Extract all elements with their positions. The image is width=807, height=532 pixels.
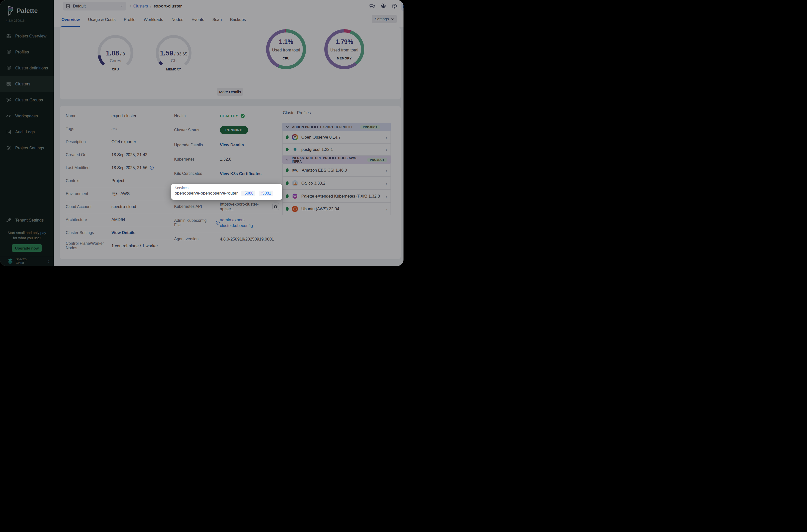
status-dot [286, 207, 288, 211]
aws-logo: aws [111, 192, 118, 196]
chevron-down-icon [391, 18, 394, 21]
services-spotlight-box: Services openobserve-openobserve-router … [171, 184, 282, 200]
status-dot [286, 181, 288, 185]
compass-icon[interactable] [391, 3, 397, 9]
memory-used-value: 1.59 [160, 50, 173, 57]
check-circle-icon [240, 114, 245, 118]
detail-row-nodes: Control Plane/Worker Nodes 1 control-pla… [66, 239, 172, 252]
settings-button[interactable]: Settings [372, 15, 397, 23]
sidebar-item-tenant-settings[interactable]: Tenant Settings [0, 212, 54, 228]
tab-backups[interactable]: Backups [230, 12, 246, 27]
infrastructure-profile-header[interactable]: INFRASTRUCTURE PROFILE DOCS-AWS-INFRA PR… [282, 156, 391, 164]
cpu-unit: Cores [95, 58, 135, 63]
profile-item-ubuntu[interactable]: Ubuntu (AWS) 22.04 › [282, 203, 391, 215]
tab-scan[interactable]: Scan [212, 12, 222, 27]
project-badge: PROJECT [360, 125, 380, 129]
cpu-usage-percent: 1.1% [266, 38, 306, 45]
detail-row-agent-version: Agent version 4.8.0-250919/20250919.0001 [174, 232, 279, 246]
detail-row-k8s-certificates: K8s Certificates View K8s Certificates [174, 166, 279, 181]
tab-profile[interactable]: Profile [124, 12, 135, 27]
tab-usage-costs[interactable]: Usage & Costs [88, 12, 115, 27]
service-name: openobserve-openobserve-router [175, 191, 238, 196]
info-icon[interactable] [150, 166, 154, 170]
chevron-right-icon: › [386, 206, 387, 212]
sidebar-item-profiles[interactable]: Profiles [0, 44, 54, 60]
cluster-profiles-panel: Cluster Profiles ADDON PROFILE EXPORTER-… [282, 106, 391, 259]
profile-item-amazon-ebs-csi[interactable]: aws Amazon EBS CSI 1.46.0 › [282, 164, 391, 176]
detail-row-tags: Tags n/a [66, 122, 172, 135]
bug-icon[interactable] [380, 3, 387, 9]
cluster-details-card: Name export-cluster Tags n/a Description… [60, 106, 401, 259]
sidebar-collapse-button[interactable]: ‹ [46, 258, 50, 264]
breadcrumb-clusters-link[interactable]: Clusters [133, 4, 148, 8]
sidebar-item-clusters[interactable]: Clusters [0, 76, 54, 92]
copy-icon [274, 205, 278, 208]
tabs: Overview Usage & Costs Profile Workloads… [61, 12, 246, 27]
tab-nodes[interactable]: Nodes [171, 12, 183, 27]
profile-item-calico[interactable]: Calico 3.30.2 › [282, 176, 391, 190]
sidebar-nav: Project Overview Profiles Cluster defini… [0, 28, 54, 156]
profile-item-postgresql[interactable]: ♥ postgresql 1.22.1 › [282, 144, 391, 156]
sidebar-item-workspaces[interactable]: Workspaces [0, 108, 54, 124]
upgrade-now-button[interactable]: Upgrade now [12, 244, 42, 252]
detail-row-upgrade-details: Upgrade Details View Details [174, 138, 279, 152]
chevron-right-icon: › [386, 135, 387, 140]
pxk-logo [292, 193, 298, 199]
detail-row-cloud-account: Cloud Account spectro-cloud [66, 200, 172, 213]
service-port-5080-link[interactable]: :5080 [241, 191, 255, 196]
kubeconfig-download-link[interactable]: admin.export-cluster.kubeconfig [220, 217, 263, 228]
detail-row-cluster-status: Cluster Status RUNNING [174, 122, 279, 138]
calico-logo [292, 180, 298, 186]
cpu-used-value: 1.08 [106, 50, 119, 57]
cpu-usage-donut: 1.1% Used from total CPU [266, 29, 306, 69]
view-k8s-certificates-link[interactable]: View K8s Certificates [220, 171, 262, 176]
chat-icon[interactable] [369, 3, 376, 9]
topbar-actions: Docs [304, 0, 404, 12]
profile-item-open-observe[interactable]: Open Observe 0.14.7 › [282, 131, 391, 144]
sidebar-item-cluster-definitions[interactable]: Cluster definitions [0, 60, 54, 76]
aws-logo: aws [292, 168, 299, 173]
status-dot [286, 194, 288, 198]
tab-events[interactable]: Events [192, 12, 204, 27]
chevron-right-icon: › [386, 168, 387, 173]
details-middle-column: Health HEALTHY Cluster Status RUNNING Up… [174, 109, 279, 246]
memory-usage-percent: 1.79% [324, 38, 364, 45]
upgrade-view-details-link[interactable]: View Details [220, 142, 244, 147]
sidebar-item-cluster-groups[interactable]: Cluster Groups [0, 92, 54, 108]
detail-row-created-on: Created On 18 Sep 2025, 21:42 [66, 148, 172, 162]
tab-workloads[interactable]: Workloads [144, 12, 163, 27]
docs-button[interactable]: Docs [401, 1, 404, 11]
network-graph-icon [6, 97, 12, 103]
layers-stack-icon [6, 49, 12, 55]
copy-api-url-button[interactable] [272, 203, 279, 210]
profile-item-pxk[interactable]: Palette eXtended Kubernetes (PXK) 1.32.8… [282, 190, 391, 203]
memory-unit: Gb [154, 58, 194, 63]
open-observe-logo [292, 134, 298, 140]
more-details-button[interactable]: More Details [217, 88, 243, 96]
detail-row-admin-kubeconfig: Admin Kubeconfig File admin.export-clust… [174, 213, 279, 232]
spectro-cloud-logo-icon [7, 258, 14, 265]
sidebar-item-audit-logs[interactable]: Audit Logs [0, 124, 54, 140]
ubuntu-logo [292, 206, 298, 212]
project-chart-icon [66, 4, 71, 8]
cluster-settings-view-details-link[interactable]: View Details [111, 230, 135, 235]
detail-row-context: Context Project [66, 174, 172, 187]
info-icon[interactable] [215, 221, 220, 225]
layers-stack-icon [6, 65, 12, 71]
details-left-column: Name export-cluster Tags n/a Description… [66, 109, 172, 252]
project-selector[interactable]: Default [63, 2, 126, 11]
service-port-5081-link[interactable]: :5081 [259, 191, 273, 196]
breadcrumb: / Clusters / export-cluster [130, 0, 182, 12]
brand-name: Palette [17, 7, 38, 15]
addon-profile-header[interactable]: ADDON PROFILE EXPORTER-PROFILE PROJECT [282, 123, 391, 131]
tab-overview[interactable]: Overview [61, 12, 80, 27]
orbit-icon [6, 113, 12, 119]
chevron-right-icon: › [386, 180, 387, 186]
memory-gauge-label: MEMORY [154, 68, 194, 71]
spectro-cloud-label: Spectro Cloud [16, 258, 44, 265]
sidebar-item-project-overview[interactable]: Project Overview [0, 28, 54, 44]
sidebar-footer: Spectro Cloud ‹ [0, 256, 54, 266]
sidebar-item-project-settings[interactable]: Project Settings [0, 140, 54, 156]
svg-text:aws: aws [112, 192, 117, 194]
breadcrumb-current: export-cluster [154, 4, 182, 9]
